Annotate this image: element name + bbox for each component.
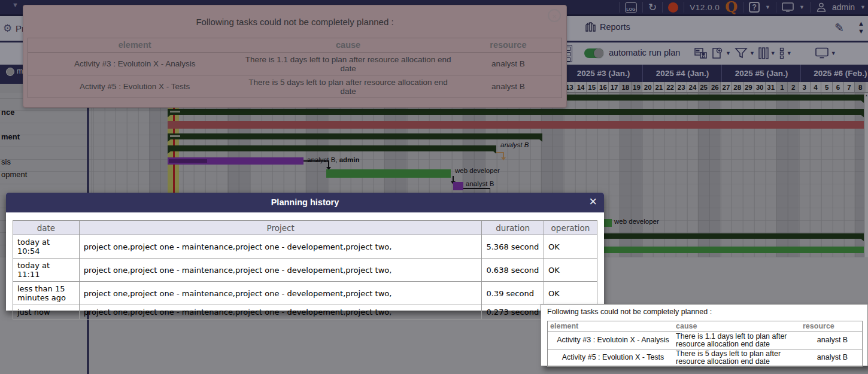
planning-history-table: date Project duration operation today at… <box>13 220 597 320</box>
history-row[interactable]: just now project one,project one - maint… <box>13 305 597 320</box>
date-cell: just now <box>13 305 80 320</box>
tooltip-table-row: Activity #5 : Evolution X - Tests There … <box>548 349 862 366</box>
date-cell: today at 11:11 <box>13 259 80 282</box>
dialog-header[interactable]: Planning history × <box>6 193 604 212</box>
tooltip-table-header: element cause resource <box>548 321 862 332</box>
resource-cell: analyst B <box>803 332 862 349</box>
tooltip-title: Following tasks could not be completely … <box>547 308 712 316</box>
tooltip-table-row: Activity #3 : Evolutoin X - Analysis The… <box>548 332 862 349</box>
project-cell: project one,project one - maintenance,pr… <box>79 259 482 282</box>
tooltip-table: element cause resource Activity #3 : Evo… <box>547 321 863 367</box>
resource-cell: analyst B <box>803 349 862 366</box>
element-cell: Activity #5 : Evolution X - Tests <box>548 349 676 366</box>
date-cell: less than 15 minutes ago <box>13 282 80 305</box>
operation-cell: OK <box>544 235 597 259</box>
duration-cell: 0.273 second <box>482 305 544 320</box>
history-row[interactable]: today at 11:11 project one,project one -… <box>13 259 597 282</box>
duration-cell: 5.368 second <box>482 235 544 259</box>
cause-cell: There is 1.1 days left to plan after res… <box>676 332 803 349</box>
table-header-row: date Project duration operation <box>13 221 597 235</box>
column-header-resource: resource <box>803 321 862 332</box>
duration-cell: 0.39 second <box>482 282 544 305</box>
cause-cell: There is 5 days left to plan after resou… <box>676 349 803 366</box>
history-row[interactable]: today at 10:54 project one,project one -… <box>13 235 597 259</box>
column-header-duration[interactable]: duration <box>482 221 544 235</box>
app-screen: ▼ LOG ↻ V12.0.0 Q ? ▼ ▼ adm <box>0 0 868 374</box>
project-cell: project one,project one - maintenance,pr… <box>79 305 482 320</box>
duration-cell: 0.638 second <box>482 259 544 282</box>
dialog-title: Planning history <box>6 193 604 212</box>
history-row[interactable]: less than 15 minutes ago project one,pro… <box>13 282 597 305</box>
element-cell: Activity #3 : Evolutoin X - Analysis <box>548 332 676 349</box>
operation-cell: OK <box>544 259 597 282</box>
column-header-date[interactable]: date <box>13 221 80 235</box>
close-icon[interactable]: × <box>589 194 597 209</box>
column-header-operation[interactable]: operation <box>544 221 597 235</box>
operation-cell: OK <box>544 282 597 305</box>
planning-history-dialog: Planning history × date Project duration… <box>6 193 604 311</box>
planning-warning-tooltip: Following tasks could not be completely … <box>541 304 868 366</box>
project-cell: project one,project one - maintenance,pr… <box>79 235 482 259</box>
project-cell: project one,project one - maintenance,pr… <box>79 282 482 305</box>
date-cell: today at 10:54 <box>13 235 80 259</box>
column-header-project[interactable]: Project <box>79 221 482 235</box>
column-header-cause: cause <box>676 321 803 332</box>
column-header-element: element <box>548 321 676 332</box>
